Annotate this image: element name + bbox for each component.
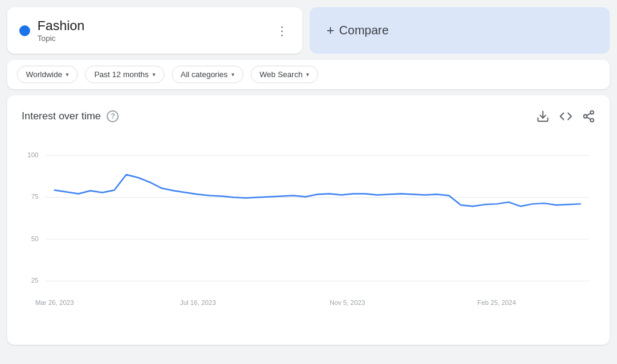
search-term-type: Topic [37, 34, 84, 43]
y-label-25: 25 [31, 277, 39, 284]
category-filter-button[interactable]: All categories ▾ [172, 66, 243, 83]
geo-filter-button[interactable]: Worldwide ▾ [17, 66, 78, 83]
y-label-50: 50 [31, 235, 39, 242]
search-term-name: Fashion [37, 18, 84, 34]
trend-line [55, 175, 581, 207]
compare-label: Compare [339, 24, 389, 37]
compare-card[interactable]: + Compare [310, 7, 610, 54]
chart-header: Interest over time ? [22, 110, 595, 123]
y-label-75: 75 [31, 193, 39, 200]
trend-chart-svg: 100 75 50 25 Mar 26, 2023 Jul 16, 2023 N… [22, 128, 595, 333]
embed-icon[interactable] [559, 110, 572, 123]
chart-actions [536, 110, 595, 123]
x-label-mar: Mar 26, 2023 [35, 299, 74, 306]
chart-container: 100 75 50 25 Mar 26, 2023 Jul 16, 2023 N… [22, 128, 595, 335]
search-type-filter-label: Web Search [260, 70, 302, 79]
y-label-100: 100 [28, 151, 39, 158]
help-icon[interactable]: ? [107, 110, 119, 122]
more-options-icon[interactable]: ⋮ [274, 21, 290, 40]
chart-title-group: Interest over time ? [22, 110, 119, 122]
x-label-nov: Nov 5, 2023 [330, 299, 365, 306]
filters-bar: Worldwide ▾ Past 12 months ▾ All categor… [7, 60, 610, 89]
share-icon[interactable] [582, 110, 595, 123]
time-filter-button[interactable]: Past 12 months ▾ [85, 66, 164, 83]
x-label-feb: Feb 25, 2024 [477, 299, 516, 306]
geo-filter-chevron: ▾ [66, 71, 69, 78]
search-type-filter-button[interactable]: Web Search ▾ [251, 66, 318, 83]
download-icon[interactable] [536, 110, 550, 123]
time-filter-label: Past 12 months [94, 70, 148, 79]
interest-over-time-card: Interest over time ? [7, 95, 610, 345]
svg-line-4 [587, 117, 590, 119]
category-filter-label: All categories [181, 70, 228, 79]
category-filter-chevron: ▾ [231, 71, 234, 78]
topic-color-indicator [19, 25, 30, 36]
x-label-jul: Jul 16, 2023 [180, 299, 216, 306]
chart-title: Interest over time [22, 110, 101, 122]
search-card-left: Fashion Topic [19, 18, 84, 43]
search-card: Fashion Topic ⋮ [7, 7, 302, 54]
time-filter-chevron: ▾ [152, 71, 155, 78]
compare-plus-icon: + [327, 23, 334, 39]
search-type-filter-chevron: ▾ [306, 71, 309, 78]
geo-filter-label: Worldwide [26, 70, 62, 79]
svg-line-5 [587, 113, 590, 116]
search-term-label: Fashion Topic [37, 18, 84, 43]
